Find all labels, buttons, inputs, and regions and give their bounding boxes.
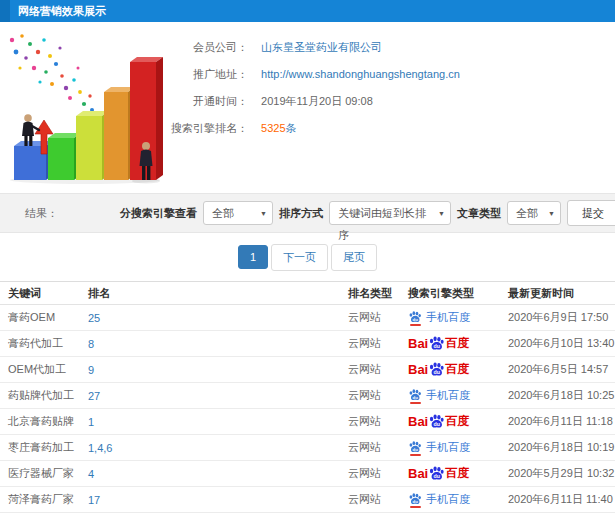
rank-link[interactable]: 1: [88, 416, 94, 428]
keyword-cell: 药贴牌代加工: [0, 383, 80, 409]
baidu-logo: Baidu百度: [408, 335, 500, 352]
rank-type-cell: 云网站: [340, 435, 400, 461]
sort-label: 排序方式: [279, 206, 323, 221]
promo-url-label: 推广地址：: [138, 61, 248, 88]
svg-text:du: du: [413, 316, 419, 321]
rank-type-cell: 云网站: [340, 305, 400, 331]
svg-text:du: du: [434, 369, 440, 375]
submit-button[interactable]: 提交: [567, 200, 615, 226]
sort-select[interactable]: 关键词由短到长排序▼: [329, 201, 451, 225]
rank-cell: 4: [80, 461, 340, 487]
next-page-button[interactable]: 下一页: [271, 244, 328, 271]
article-type-select[interactable]: 全部▼: [507, 201, 561, 225]
mobile-baidu-logo: du手机百度: [408, 388, 500, 404]
table-row: 菏泽膏药厂家 17 云网站 du手机百度 2020年6月11日 11:40: [0, 487, 615, 513]
rank-link[interactable]: 8: [88, 338, 94, 350]
keyword-cell: 北京膏药贴牌: [0, 409, 80, 435]
chevron-down-icon: ▼: [548, 202, 555, 226]
chevron-down-icon: ▼: [438, 202, 445, 226]
info-list: 会员公司： 山东皇圣堂药业有限公司 推广地址： http://www.shand…: [138, 34, 460, 142]
engine-type-cell: du手机百度: [400, 383, 500, 409]
table-row: OEM代加工 9 云网站 Baidu百度 2020年6月5日 14:57: [0, 357, 615, 383]
baidu-paw-icon: du: [408, 440, 422, 454]
last-page-button[interactable]: 尾页: [331, 244, 377, 271]
rank-cell: 9: [80, 357, 340, 383]
results-table: 关键词 排名 排名类型 搜索引擎类型 最新更新时间 膏药OEM 25 云网站 d…: [0, 281, 615, 513]
rank-link[interactable]: 17: [88, 494, 100, 506]
results-table-body: 膏药OEM 25 云网站 du手机百度 2020年6月9日 17:50 膏药代加…: [0, 305, 615, 513]
engine-type-cell: du手机百度: [400, 305, 500, 331]
baidu-paw-icon: du: [408, 388, 422, 402]
open-time-value: 2019年11月20日 09:08: [261, 95, 373, 107]
result-label: 结果：: [25, 206, 58, 221]
rank-type-cell: 云网站: [340, 357, 400, 383]
rank-link[interactable]: 25: [88, 312, 100, 324]
rank-link[interactable]: 1,4,6: [88, 442, 112, 454]
page-1-button[interactable]: 1: [238, 245, 268, 269]
engine-type-cell: du手机百度: [400, 435, 500, 461]
rank-count-value: 5325: [261, 122, 285, 134]
info-section: 会员公司： 山东皇圣堂药业有限公司 推广地址： http://www.shand…: [0, 22, 615, 193]
rank-cell: 8: [80, 331, 340, 357]
engine-rank-label: 搜索引擎排名：: [138, 115, 248, 142]
rank-link[interactable]: 4: [88, 468, 94, 480]
update-time-cell: 2020年5月29日 10:32: [500, 461, 615, 487]
mobile-baidu-logo: du手机百度: [408, 440, 500, 456]
baidu-paw-icon: du: [408, 492, 422, 506]
col-engine-type: 搜索引擎类型: [400, 282, 500, 305]
mobile-baidu-logo: du手机百度: [408, 492, 500, 508]
baidu-logo: Baidu百度: [408, 465, 500, 482]
company-label: 会员公司：: [138, 34, 248, 61]
info-row-rank-count: 搜索引擎排名： 5325条: [138, 115, 460, 142]
page-title: 网络营销效果展示: [18, 5, 106, 17]
keyword-cell: OEM代加工: [0, 357, 80, 383]
filter-bar: 结果： 分搜索引擎查看 全部▼ 排序方式 关键词由短到长排序▼ 文章类型 全部▼…: [0, 193, 615, 233]
rank-type-cell: 云网站: [340, 487, 400, 513]
update-time-cell: 2020年6月11日 11:18: [500, 409, 615, 435]
svg-text:du: du: [434, 421, 440, 427]
engine-type-cell: Baidu百度: [400, 409, 500, 435]
promo-url-link[interactable]: http://www.shandonghuangshengtang.cn: [261, 68, 460, 80]
table-row: 北京膏药贴牌 1 云网站 Baidu百度 2020年6月11日 11:18: [0, 409, 615, 435]
svg-text:du: du: [413, 446, 419, 451]
table-row: 药贴牌代加工 27 云网站 du手机百度 2020年6月18日 10:25: [0, 383, 615, 409]
update-time-cell: 2020年6月10日 13:40: [500, 331, 615, 357]
rank-cell: 17: [80, 487, 340, 513]
page-header: 网络营销效果展示: [0, 0, 615, 22]
table-row: 膏药OEM 25 云网站 du手机百度 2020年6月9日 17:50: [0, 305, 615, 331]
keyword-cell: 膏药代加工: [0, 331, 80, 357]
rank-cell: 1,4,6: [80, 435, 340, 461]
info-row-url: 推广地址： http://www.shandonghuangshengtang.…: [138, 61, 460, 88]
update-time-cell: 2020年6月18日 10:19: [500, 435, 615, 461]
rank-link[interactable]: 9: [88, 364, 94, 376]
update-time-cell: 2020年6月18日 10:25: [500, 383, 615, 409]
update-time-cell: 2020年6月9日 17:50: [500, 305, 615, 331]
col-keyword: 关键词: [0, 282, 80, 305]
svg-text:du: du: [434, 343, 440, 349]
baidu-paw-icon: du: [408, 310, 422, 324]
update-time-cell: 2020年6月5日 14:57: [500, 357, 615, 383]
engine-filter-select[interactable]: 全部▼: [203, 201, 273, 225]
baidu-logo: Baidu百度: [408, 413, 500, 430]
page: 网络营销效果展示: [0, 0, 615, 520]
svg-text:du: du: [413, 498, 419, 503]
col-update-time: 最新更新时间: [500, 282, 615, 305]
engine-type-cell: du手机百度: [400, 487, 500, 513]
svg-text:du: du: [434, 473, 440, 479]
baidu-logo: Baidu百度: [408, 361, 500, 378]
rank-cell: 27: [80, 383, 340, 409]
keyword-cell: 枣庄膏药加工: [0, 435, 80, 461]
rank-link[interactable]: 27: [88, 390, 100, 402]
keyword-cell: 膏药OEM: [0, 305, 80, 331]
pagination: 1 下一页 尾页: [0, 233, 615, 281]
keyword-cell: 医疗器械厂家: [0, 461, 80, 487]
rank-count-suffix: 条: [286, 122, 297, 134]
article-type-label: 文章类型: [457, 206, 501, 221]
rank-type-cell: 云网站: [340, 331, 400, 357]
info-row-company: 会员公司： 山东皇圣堂药业有限公司: [138, 34, 460, 61]
company-link[interactable]: 山东皇圣堂药业有限公司: [261, 41, 382, 53]
engine-type-cell: Baidu百度: [400, 461, 500, 487]
rank-type-cell: 云网站: [340, 409, 400, 435]
mobile-baidu-logo: du手机百度: [408, 310, 500, 326]
baidu-paw-icon: du: [428, 413, 445, 430]
